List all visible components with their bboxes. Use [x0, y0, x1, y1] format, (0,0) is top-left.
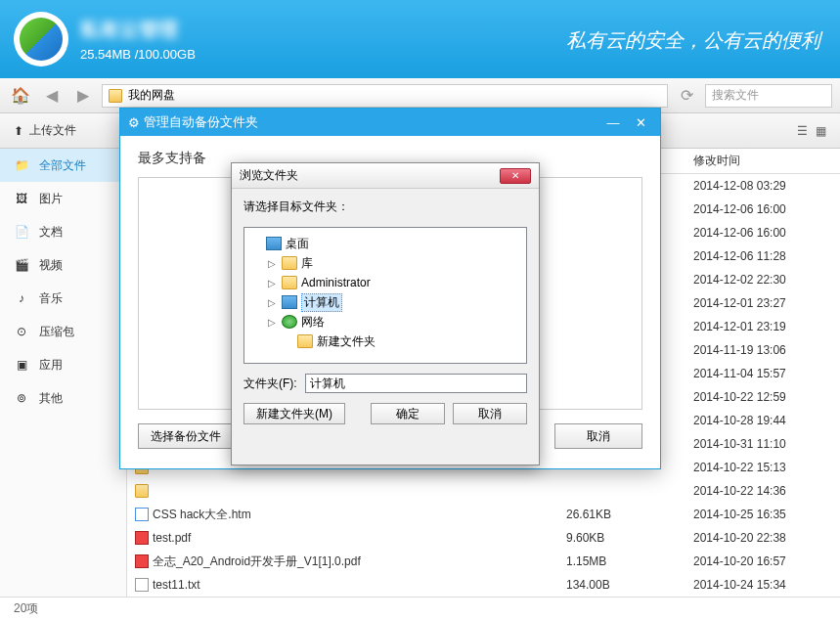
file-icon — [135, 531, 149, 545]
monitor-icon — [282, 295, 297, 309]
tree-item[interactable]: ▷计算机 — [250, 292, 520, 312]
sidebar-item-video[interactable]: 🎬视频 — [0, 248, 126, 282]
tree-label: 网络 — [301, 314, 325, 331]
browse-folder-dialog: 浏览文件夹 ✕ 请选择目标文件夹： 桌面▷库▷Administrator▷计算机… — [231, 162, 540, 465]
select-backup-button[interactable]: 选择备份文件 — [138, 423, 234, 449]
file-date: 2014-10-28 19:44 — [693, 414, 840, 427]
tree-label: 库 — [301, 255, 313, 272]
expand-icon[interactable]: ▷ — [266, 278, 278, 288]
close-icon[interactable]: ✕ — [629, 113, 652, 131]
upload-icon: ⬆ — [14, 124, 23, 138]
file-date: 2014-10-22 14:36 — [693, 484, 840, 498]
upload-label: 上传文件 — [29, 122, 76, 139]
tree-item[interactable]: ▷库 — [250, 253, 520, 273]
expand-icon[interactable]: ▷ — [266, 297, 278, 308]
files-icon: 📁 — [14, 157, 29, 173]
refresh-icon[interactable]: ⟳ — [674, 83, 699, 109]
backup-dialog-title-bar[interactable]: ⚙ 管理自动备份文件夹 — ✕ — [120, 109, 660, 136]
gear-icon: ⚙ — [128, 115, 140, 130]
sidebar-item-label: 压缩包 — [39, 324, 74, 340]
file-date: 2014-12-06 16:00 — [693, 226, 840, 240]
tree-item[interactable]: 新建文件夹 — [250, 332, 520, 351]
minimize-icon[interactable]: — — [601, 113, 625, 131]
storage-usage: 25.54MB /100.00GB — [80, 47, 196, 62]
view-grid-icon[interactable]: ▦ — [816, 124, 826, 138]
tree-item[interactable]: ▷网络 — [250, 312, 520, 332]
sidebar-item-image[interactable]: 🖼图片 — [0, 182, 126, 215]
sidebar-item-archive[interactable]: ⊙压缩包 — [0, 315, 126, 348]
sidebar-item-label: 应用 — [39, 357, 63, 374]
sidebar-item-label: 其他 — [39, 390, 63, 407]
tagline: 私有云的安全，公有云的便利 — [566, 27, 820, 54]
search-placeholder: 搜索文件 — [712, 87, 759, 104]
status-bar: 20项 — [0, 597, 840, 620]
tree-item[interactable]: 桌面 — [250, 234, 520, 253]
file-size: 1.15MB — [566, 554, 693, 568]
view-list-icon[interactable]: ☰ — [797, 124, 808, 138]
folder-icon — [297, 334, 313, 348]
tree-label: 桌面 — [286, 236, 309, 252]
file-name: test11.txt — [153, 578, 200, 592]
folder-tree[interactable]: 桌面▷库▷Administrator▷计算机▷网络新建文件夹 — [243, 227, 527, 364]
file-name: 全志_A20_Android开发手册_V1[1].0.pdf — [153, 554, 361, 570]
search-input[interactable]: 搜索文件 — [705, 84, 832, 108]
sidebar-item-other[interactable]: ⊚其他 — [0, 381, 126, 415]
file-date: 2014-10-31 11:10 — [693, 437, 840, 451]
app-header: 私有云管理 25.54MB /100.00GB 私有云的安全，公有云的便利 — [0, 0, 840, 78]
file-date: 2014-12-02 22:30 — [693, 273, 840, 287]
home-icon[interactable]: 🏠 — [8, 83, 33, 109]
file-date: 2014-12-01 23:27 — [693, 296, 840, 310]
file-row[interactable]: CSS hack大全.htm26.61KB2014-10-25 16:35 — [127, 503, 840, 526]
app-icon: ▣ — [14, 357, 29, 373]
folder-icon — [109, 89, 122, 103]
app-logo — [14, 12, 68, 66]
browse-dialog-title-bar[interactable]: 浏览文件夹 ✕ — [232, 163, 539, 189]
monitor-icon — [266, 237, 282, 250]
tree-label: 计算机 — [301, 293, 342, 312]
address-text: 我的网盘 — [128, 87, 175, 104]
forward-icon[interactable]: ▶ — [70, 83, 96, 109]
sidebar-item-files[interactable]: 📁全部文件 — [0, 149, 126, 182]
folder-icon — [282, 256, 297, 270]
sidebar-item-app[interactable]: ▣应用 — [0, 348, 126, 381]
sidebar-item-doc[interactable]: 📄文档 — [0, 215, 126, 248]
file-size: 134.00B — [566, 578, 693, 592]
folder-field-input[interactable] — [305, 374, 527, 393]
backup-dialog-title: 管理自动备份文件夹 — [144, 113, 258, 131]
folder-field-label: 文件夹(F): — [243, 376, 297, 392]
tree-item[interactable]: ▷Administrator — [250, 273, 520, 292]
expand-icon[interactable]: ▷ — [266, 258, 278, 269]
expand-icon[interactable]: ▷ — [266, 317, 278, 328]
cancel-button[interactable]: 取消 — [453, 403, 527, 424]
file-row[interactable]: 全志_A20_Android开发手册_V1[1].0.pdf1.15MB2014… — [127, 550, 840, 573]
address-bar[interactable]: 我的网盘 — [102, 84, 668, 108]
file-row[interactable]: 2014-10-22 14:36 — [127, 479, 840, 503]
file-row[interactable]: test11.txt134.00B2014-10-24 15:34 — [127, 573, 840, 597]
file-icon — [135, 484, 149, 498]
file-date: 2014-12-01 23:19 — [693, 320, 840, 333]
close-icon[interactable]: ✕ — [500, 168, 531, 184]
sidebar-item-music[interactable]: ♪音乐 — [0, 282, 126, 315]
file-size: 26.61KB — [566, 508, 693, 521]
file-date: 2014-10-20 16:57 — [693, 554, 840, 568]
file-date: 2014-12-06 11:28 — [693, 249, 840, 263]
col-date[interactable]: 修改时间 — [693, 153, 840, 169]
archive-icon: ⊙ — [14, 324, 29, 339]
other-icon: ⊚ — [14, 390, 29, 406]
sidebar-item-label: 图片 — [39, 191, 63, 207]
sidebar-item-label: 音乐 — [39, 290, 63, 307]
backup-cancel-button[interactable]: 取消 — [554, 423, 642, 449]
file-icon — [135, 554, 149, 568]
file-row[interactable]: test.pdf9.60KB2014-10-20 22:38 — [127, 526, 840, 550]
folder-icon — [282, 276, 297, 289]
file-size: 9.60KB — [566, 531, 693, 545]
back-icon[interactable]: ◀ — [39, 83, 65, 109]
ok-button[interactable]: 确定 — [371, 403, 445, 424]
file-icon — [135, 578, 149, 592]
video-icon: 🎬 — [14, 257, 29, 273]
new-folder-button[interactable]: 新建文件夹(M) — [243, 403, 345, 424]
sidebar-item-label: 视频 — [39, 257, 63, 274]
upload-button[interactable]: ⬆ 上传文件 — [14, 122, 76, 139]
tree-label: 新建文件夹 — [317, 333, 376, 350]
file-date: 2014-10-20 22:38 — [693, 531, 840, 545]
